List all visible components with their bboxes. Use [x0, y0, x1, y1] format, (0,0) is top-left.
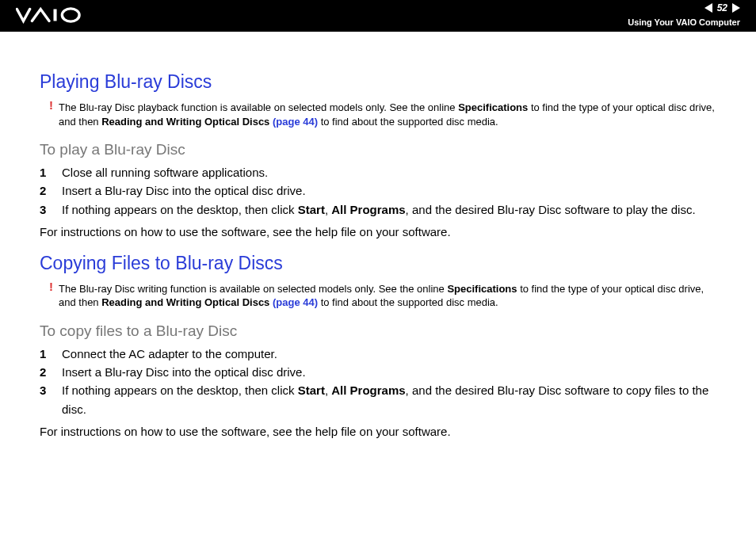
svg-point-1 [62, 9, 79, 21]
list-item: 3 If nothing appears on the desktop, the… [40, 381, 716, 418]
list-item: 2 Insert a Blu-ray Disc into the optical… [40, 363, 716, 381]
heading-playing: Playing Blu-ray Discs [40, 71, 716, 93]
subhead-copy: To copy files to a Blu-ray Disc [40, 322, 716, 340]
subhead-play: To play a Blu-ray Disc [40, 141, 716, 158]
list-item: 1 Close all running software application… [40, 163, 716, 181]
note-bold: Reading and Writing Optical Discs [101, 116, 273, 128]
list-item: 3 If nothing appears on the desktop, the… [40, 200, 716, 219]
alert-icon: ! [49, 279, 53, 295]
step-text: Close all running software applications. [62, 163, 716, 181]
note-text: The Blu-ray Disc writing function is ava… [59, 283, 447, 295]
step-number: 2 [40, 363, 62, 381]
note-bold: Specifications [458, 101, 528, 113]
note-text: to find about the supported disc media. [318, 116, 498, 128]
steps-play: 1 Close all running software application… [40, 163, 716, 219]
list-item: 2 Insert a Blu-ray Disc into the optical… [40, 181, 716, 200]
note-writing: ! The Blu-ray Disc writing function is a… [59, 282, 716, 310]
step-text: If nothing appears on the desktop, then … [62, 200, 716, 219]
page-link-44[interactable]: (page 44) [273, 116, 318, 128]
page-nav: 52 Using Your VAIO Computer [628, 0, 740, 27]
page-link-44[interactable]: (page 44) [273, 296, 318, 308]
note-bold: Specifications [447, 283, 517, 295]
page-header: 52 Using Your VAIO Computer [0, 0, 756, 32]
next-page-arrow-icon[interactable] [732, 3, 740, 13]
note-playback: ! The Blu-ray Disc playback function is … [59, 101, 716, 128]
note-bold: Reading and Writing Optical Discs [101, 296, 273, 308]
steps-copy: 1 Connect the AC adapter to the computer… [40, 345, 716, 418]
list-item: 1 Connect the AC adapter to the computer… [40, 345, 716, 363]
step-text: Insert a Blu-ray Disc into the optical d… [62, 363, 716, 381]
prev-page-arrow-icon[interactable] [704, 3, 712, 13]
step-number: 1 [40, 163, 62, 181]
section-label: Using Your VAIO Computer [628, 17, 740, 27]
step-number: 1 [40, 345, 62, 363]
step-text: Insert a Blu-ray Disc into the optical d… [62, 181, 716, 200]
heading-copying: Copying Files to Blu-ray Discs [40, 253, 716, 274]
page-content: Playing Blu-ray Discs ! The Blu-ray Disc… [0, 32, 756, 438]
note-text: The Blu-ray Disc playback function is av… [59, 101, 458, 113]
step-number: 2 [40, 181, 62, 200]
svg-rect-0 [54, 10, 57, 21]
step-number: 3 [40, 200, 62, 219]
step-number: 3 [40, 381, 62, 418]
after-note-play: For instructions on how to use the softw… [40, 225, 716, 238]
after-note-copy: For instructions on how to use the softw… [40, 425, 716, 438]
step-text: If nothing appears on the desktop, then … [62, 381, 716, 418]
alert-icon: ! [49, 97, 53, 113]
vaio-logo [16, 6, 91, 27]
step-text: Connect the AC adapter to the computer. [62, 345, 716, 363]
note-text: to find about the supported disc media. [318, 296, 498, 308]
page-number: 52 [717, 2, 727, 13]
